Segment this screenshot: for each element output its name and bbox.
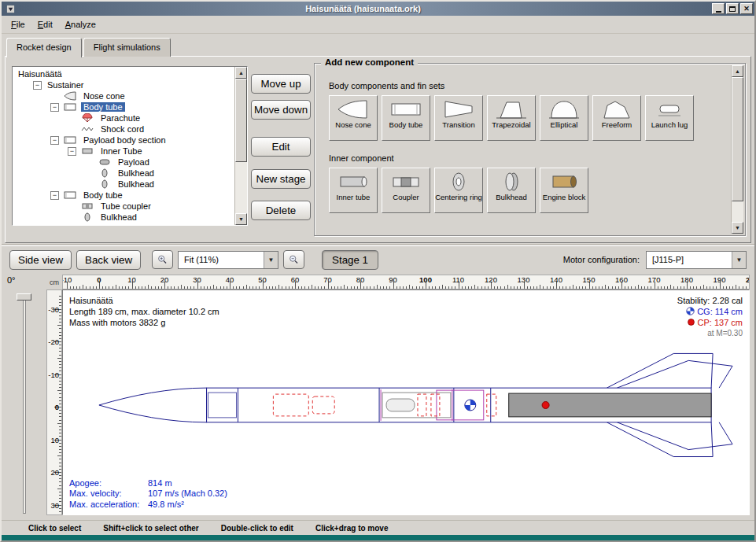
ruler-label: 10: [127, 275, 136, 284]
add-trapezoidal-fin-button[interactable]: Trapezoidal: [487, 95, 536, 141]
innertube-icon: [336, 171, 371, 192]
add-launchlug-button[interactable]: Launch lug: [645, 95, 694, 141]
ruler-label: 10: [50, 435, 59, 444]
tree-item[interactable]: −Inner Tube: [13, 146, 234, 157]
ruler-label: 60: [291, 275, 300, 284]
ruler-label: 150: [583, 275, 596, 284]
add-innertube-button[interactable]: Inner tube: [329, 168, 378, 213]
new-stage-button[interactable]: New stage: [251, 169, 311, 189]
zoom-select[interactable]: Fit (11%) ▼: [178, 251, 278, 269]
component-button-label: Transition: [442, 121, 474, 130]
openrocket-window: Haisunäätä (haisunaata.ork) ✕ File Edit …: [0, 0, 756, 542]
ruler-label: 30: [193, 275, 201, 284]
close-button[interactable]: ✕: [740, 3, 753, 14]
tree-item[interactable]: −Body tube: [13, 101, 234, 112]
tree-collapse-icon[interactable]: −: [50, 136, 59, 145]
side-view-button[interactable]: Side view: [9, 250, 72, 270]
menu-edit[interactable]: Edit: [31, 17, 59, 31]
scroll-down-button[interactable]: ▼: [235, 213, 247, 225]
motor-configuration-select[interactable]: [J115-P] ▼: [646, 251, 747, 269]
add-bodytube-button[interactable]: Body tube: [382, 95, 430, 141]
ruler-label: -10: [48, 370, 59, 378]
stage-1-toggle[interactable]: Stage 1: [322, 250, 378, 270]
add-nosecone-button[interactable]: Nose cone: [329, 95, 378, 141]
tree-collapse-icon[interactable]: −: [33, 81, 42, 90]
add-freeform-fin-button[interactable]: Freeform: [592, 95, 641, 141]
max-velocity-value: 107 m/s (Mach 0.32): [148, 489, 227, 498]
cp-icon: [687, 318, 695, 326]
tree-item[interactable]: Tube coupler: [13, 201, 234, 212]
tree-collapse-icon[interactable]: −: [50, 103, 59, 112]
tree-item[interactable]: Payload: [13, 157, 234, 168]
tree-scrollbar[interactable]: ▲ ▼: [234, 67, 247, 225]
motor-outline: [509, 393, 711, 417]
tab-rocket-design[interactable]: Rocket design: [6, 38, 82, 57]
scrollbar-thumb[interactable]: [235, 79, 247, 162]
scrollbar-thumb[interactable]: [732, 77, 743, 201]
tree-item[interactable]: Haisunäätä: [13, 68, 234, 79]
tree-item[interactable]: Bulkhead: [13, 212, 234, 223]
maximize-button[interactable]: [726, 3, 739, 14]
component-button-label: Bulkhead: [496, 194, 527, 202]
transition-icon: [441, 99, 476, 120]
window-title: Haisunäätä (haisunaata.ork): [16, 4, 710, 13]
tree-item[interactable]: Bulkhead: [13, 168, 234, 179]
zoom-value: Fit (11%): [179, 255, 264, 264]
minimize-button[interactable]: [712, 3, 725, 14]
bulkhead-icon: [97, 179, 112, 189]
move-up-button[interactable]: Move up: [251, 74, 311, 94]
ruler-label: 90: [389, 275, 397, 284]
chevron-down-icon[interactable]: ▼: [264, 252, 278, 268]
ruler-label: 50: [258, 275, 267, 284]
tree-collapse-icon[interactable]: −: [50, 191, 59, 200]
titlebar[interactable]: Haisunäätä (haisunaata.ork) ✕: [2, 2, 754, 16]
menu-file[interactable]: File: [5, 17, 31, 31]
hint-click-select: Click to select: [28, 524, 81, 533]
add-transition-button[interactable]: Transition: [434, 95, 483, 141]
chevron-down-icon[interactable]: ▼: [732, 252, 746, 268]
ruler-label: 20: [50, 468, 59, 477]
tree-item[interactable]: Parachute: [13, 112, 234, 124]
main-tabs: Rocket design Flight simulations: [6, 35, 172, 57]
tree-item[interactable]: −Body tube: [13, 190, 234, 201]
menu-analyze[interactable]: Analyze: [59, 17, 102, 31]
rotation-slider[interactable]: [23, 297, 26, 514]
scrollbar-track[interactable]: [732, 77, 743, 222]
motor-configuration-value: [J115-P]: [647, 255, 732, 264]
horizontal-ruler: -100102030405060708090100110120130140150…: [62, 275, 750, 289]
tree-collapse-icon[interactable]: −: [68, 147, 76, 156]
tree-item[interactable]: Shock cord: [13, 124, 234, 135]
edit-button[interactable]: Edit: [251, 137, 311, 157]
back-view-button[interactable]: Back view: [76, 250, 141, 270]
scroll-down-button[interactable]: ▼: [732, 222, 743, 234]
zoom-in-button[interactable]: [152, 250, 173, 269]
add-component-scrollbar[interactable]: ▲ ▼: [731, 65, 743, 234]
tree-item-label: Bulkhead: [116, 168, 157, 178]
add-coupler-button[interactable]: Coupler: [382, 168, 430, 213]
ruler-label: 20: [160, 275, 169, 284]
zoom-out-button[interactable]: [283, 250, 304, 269]
add-centeringring-button[interactable]: Centering ring: [434, 168, 483, 213]
scrollbar-track[interactable]: [235, 79, 247, 213]
tree-item[interactable]: −Sustainer: [13, 79, 234, 90]
move-down-button[interactable]: Move down: [251, 100, 311, 120]
scroll-up-button[interactable]: ▲: [732, 65, 743, 77]
window-menu-icon[interactable]: [5, 4, 16, 14]
delete-button[interactable]: Delete: [251, 201, 311, 220]
add-engineblock-button[interactable]: Engine block: [540, 168, 588, 213]
rocket-canvas[interactable]: Haisunäätä Length 189 cm, max. diameter …: [62, 289, 750, 515]
add-bulkhead-button[interactable]: Bulkhead: [487, 168, 536, 213]
tree-item-label: Bulkhead: [98, 212, 139, 222]
tree-item[interactable]: −Payload body section: [13, 135, 234, 146]
scroll-up-button[interactable]: ▲: [235, 67, 247, 79]
tree-item[interactable]: Bulkhead: [13, 179, 234, 190]
rocket-mass: Mass with motors 3832 g: [69, 317, 219, 328]
component-button-label: Coupler: [393, 194, 419, 202]
tab-flight-simulations[interactable]: Flight simulations: [83, 38, 171, 57]
rotation-slider-handle[interactable]: [17, 293, 31, 300]
component-section-label: Body components and fin sets: [329, 81, 731, 90]
fin-bottom: [607, 422, 713, 457]
tree-item[interactable]: Nose cone: [13, 90, 234, 101]
launchlug-icon: [652, 99, 687, 120]
add-elliptical-fin-button[interactable]: Elliptical: [540, 95, 588, 141]
